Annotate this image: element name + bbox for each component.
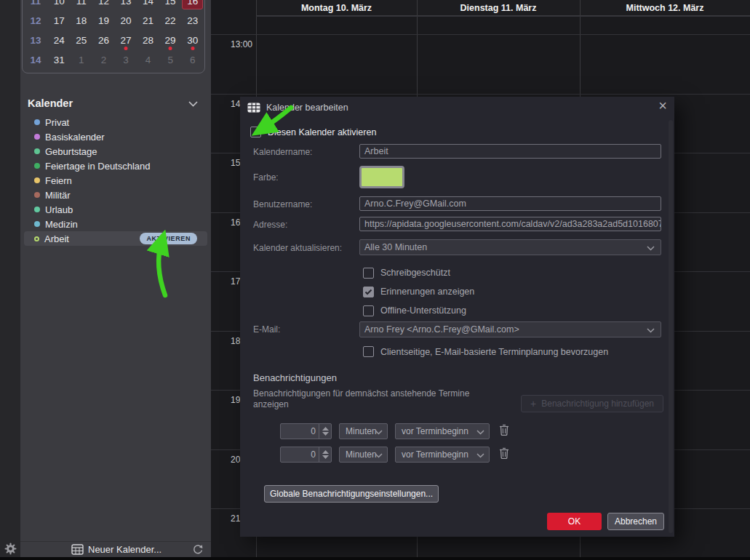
new-calendar-button[interactable]: Neuer Kalender...: [71, 544, 161, 555]
cancel-button[interactable]: Abbrechen: [607, 513, 664, 530]
calendar-icon: [71, 544, 84, 555]
day-header: Montag 10. März: [256, 0, 417, 16]
mini-calendar-day[interactable]: 2: [92, 50, 115, 70]
relation-select[interactable]: vor Terminbeginn: [395, 447, 490, 463]
stepper-arrows-icon[interactable]: [319, 424, 331, 439]
trash-icon[interactable]: [499, 447, 509, 462]
stepper-arrows-icon[interactable]: [319, 447, 331, 462]
calendar-color-dot-icon: [34, 236, 39, 241]
enable-calendar-checkbox[interactable]: [250, 127, 261, 137]
mini-calendar-row: 1431123456: [23, 50, 204, 70]
week-number: 11: [23, 0, 48, 11]
close-icon[interactable]: ×: [658, 97, 667, 114]
calendar-list: PrivatBasiskalenderGeburtstageFeiertage …: [20, 115, 211, 246]
calendar-list-item[interactable]: Feiern: [24, 173, 207, 188]
ok-button[interactable]: OK: [547, 513, 602, 530]
checkbox-unchecked[interactable]: [363, 305, 374, 316]
email-select[interactable]: Arno Frey <Arno.C.Frey@GMail.com>: [359, 321, 661, 337]
notification-rows: 0Minutenvor Terminbeginn0Minutenvor Term…: [280, 423, 509, 470]
mini-calendar-day[interactable]: 1: [71, 50, 93, 70]
calendar-name-label: Urlaub: [45, 204, 73, 215]
mini-calendar-day[interactable]: 18: [71, 11, 93, 31]
refresh-interval-value: Alle 30 Minuten: [364, 242, 427, 252]
add-notification-button[interactable]: + Benachrichtigung hinzufügen: [521, 395, 663, 412]
mini-calendar-day[interactable]: 31: [48, 50, 71, 70]
dialog-scrollbar[interactable]: [669, 120, 673, 533]
option-checkbox-row[interactable]: Erinnerungen anzeigen: [363, 282, 474, 301]
refresh-interval-select[interactable]: Alle 30 Minuten: [359, 239, 661, 255]
mini-calendar-day[interactable]: 24: [48, 31, 71, 50]
activate-calendar-button[interactable]: AKTIVIEREN: [140, 233, 197, 244]
calendar-color-dot-icon: [34, 177, 40, 183]
calendar-color-dot-icon: [34, 148, 40, 154]
relation-select[interactable]: vor Terminbeginn: [395, 423, 490, 439]
calendar-list-item[interactable]: Privat: [24, 115, 207, 129]
mini-calendar-day[interactable]: 6: [181, 50, 204, 70]
calendar-list-item[interactable]: Basiskalender: [24, 129, 207, 144]
option-checkbox-row[interactable]: Schreibgeschützt: [363, 263, 474, 282]
notifications-heading: Benachrichtigungen: [253, 372, 337, 383]
mini-calendar-day[interactable]: 21: [137, 11, 159, 31]
hour-line: [211, 94, 750, 95]
mini-calendar-day[interactable]: 4: [137, 50, 159, 70]
stepper-value[interactable]: 0: [281, 447, 319, 462]
color-label: Farbe:: [253, 172, 279, 183]
mini-calendar-day[interactable]: 25: [71, 31, 93, 50]
notification-row: 0Minutenvor Terminbeginn: [280, 447, 509, 463]
calendar-name-input[interactable]: Arbeit: [359, 144, 661, 159]
mini-calendar-day[interactable]: 19: [92, 11, 115, 31]
option-checkbox-row[interactable]: Offline-Unterstützung: [363, 301, 474, 320]
address-input[interactable]: https://apidata.googleusercontent.com/ca…: [359, 217, 661, 231]
notification-value-stepper[interactable]: 0: [280, 447, 332, 463]
stepper-value[interactable]: 0: [281, 424, 319, 439]
client-scheduling-checkbox[interactable]: [363, 346, 374, 357]
enable-calendar-checkbox-row[interactable]: Diesen Kalender aktivieren: [250, 127, 376, 137]
username-input[interactable]: Arno.C.Frey@GMail.com: [359, 196, 661, 211]
mini-calendar-day[interactable]: 3: [115, 50, 137, 70]
mini-calendar-day[interactable]: 29: [159, 31, 182, 50]
calendar-list-item[interactable]: ArbeitAKTIVIEREN: [24, 231, 207, 246]
mini-calendar-row: 1217181920212223: [23, 11, 204, 31]
client-scheduling-label: Clientseitige, E-Mail-basierte Terminpla…: [380, 347, 608, 357]
trash-icon[interactable]: [499, 424, 509, 439]
mini-calendar-day-selected[interactable]: 16: [182, 0, 203, 9]
mini-calendar-day[interactable]: 13: [115, 0, 137, 11]
mini-calendar-day[interactable]: 10: [48, 0, 71, 11]
client-scheduling-checkbox-row[interactable]: Clientseitige, E-Mail-basierte Terminpla…: [363, 346, 608, 357]
gear-icon[interactable]: [4, 543, 17, 558]
username-label: Benutzername:: [253, 199, 312, 209]
checkbox-unchecked[interactable]: [363, 268, 374, 279]
week-number: 14: [23, 50, 48, 70]
global-notification-settings-button[interactable]: Globale Benachrichtigungseinstellungen..…: [264, 485, 439, 503]
calendar-list-item[interactable]: Medizin: [24, 217, 207, 231]
calendar-list-item[interactable]: Feiertage in Deutschland: [24, 159, 207, 173]
calendar-name-label: Militär: [45, 190, 71, 201]
checkbox-checked[interactable]: [363, 287, 374, 297]
mini-calendar-day[interactable]: 22: [159, 11, 182, 31]
calendar-list-item[interactable]: Militär: [24, 188, 207, 202]
color-swatch[interactable]: [359, 166, 404, 188]
mini-calendar-day[interactable]: 20: [115, 11, 137, 31]
unit-select[interactable]: Minuten: [339, 423, 388, 439]
mini-calendar-day[interactable]: 12: [92, 0, 115, 11]
mini-calendar-day[interactable]: 28: [137, 31, 159, 50]
option-label: Erinnerungen anzeigen: [380, 287, 474, 297]
mini-calendar-day[interactable]: 27: [115, 31, 137, 50]
calendar-list-item[interactable]: Geburtstage: [24, 144, 207, 159]
mini-calendar-day[interactable]: 30: [181, 31, 204, 50]
sidebar-footer: Neuer Kalender...: [20, 541, 211, 558]
mini-calendar-day[interactable]: 14: [137, 0, 159, 11]
mini-calendar-day[interactable]: 17: [48, 11, 71, 31]
chevron-down-icon[interactable]: [188, 101, 198, 107]
mini-calendar-day[interactable]: 5: [159, 50, 182, 70]
edit-calendar-dialog: Kalender bearbeiten × Diesen Kalender ak…: [240, 97, 674, 537]
mini-calendar-day[interactable]: 23: [181, 11, 204, 31]
mini-calendar-day[interactable]: 11: [71, 0, 93, 11]
refresh-icon[interactable]: [192, 544, 204, 559]
unit-select[interactable]: Minuten: [339, 447, 388, 463]
calendar-name-label: Feiertage in Deutschland: [45, 161, 151, 172]
mini-calendar-day[interactable]: 26: [92, 31, 115, 50]
calendar-list-item[interactable]: Urlaub: [24, 202, 207, 217]
notification-value-stepper[interactable]: 0: [280, 423, 332, 439]
mini-calendar-day[interactable]: 15: [159, 0, 182, 11]
